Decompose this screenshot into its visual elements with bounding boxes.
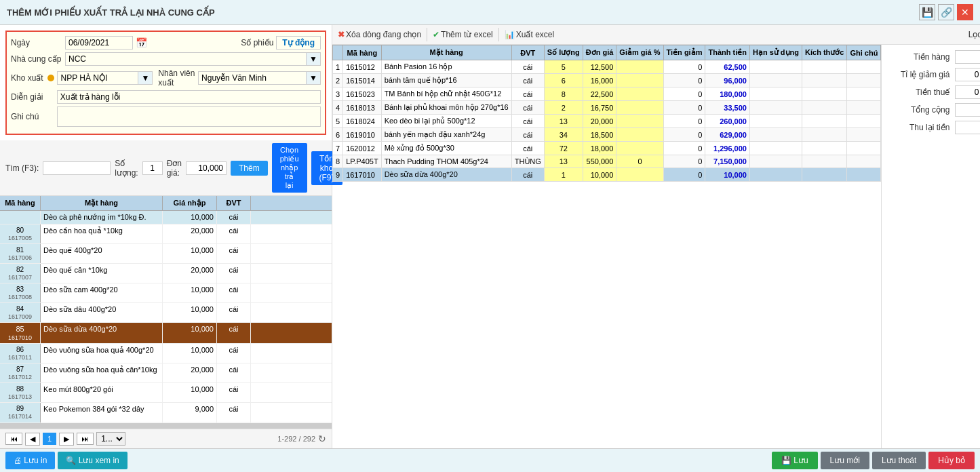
btn-luu[interactable]: 💾 Lưu <box>772 452 818 469</box>
header: THÊM MỚI PHIẾU XUẤT TRẢ LẠI NHÀ CUNG CẤP… <box>0 0 980 25</box>
btn-luu-thoat[interactable]: Lưu thoát <box>872 452 926 469</box>
first-page-btn[interactable]: ⏮ <box>5 433 22 445</box>
nv-dropdown-btn[interactable]: ▼ <box>306 71 321 85</box>
btn-luu-moi[interactable]: Lưu mới <box>821 452 869 469</box>
page-info: 1-292 / 292 <box>277 435 315 443</box>
th-ghi-chu: Ghi chú <box>847 45 881 60</box>
last-page-btn[interactable]: ⏭ <box>77 433 94 445</box>
next-page-btn[interactable]: ▶ <box>59 433 74 446</box>
table-row[interactable]: 831617008 Dèo sữa cam 400g*20 10,000 cái <box>0 283 332 303</box>
tong-cong-label: Tổng cộng <box>887 105 955 115</box>
tl-giam-pct[interactable] <box>955 68 980 81</box>
dg-input[interactable] <box>186 161 227 175</box>
pagination: ⏮ ◀ 1 ▶ ⏭ 1... 1-292 / 292 ↻ <box>0 429 332 448</box>
left-table-body: Dèo cà phê nướng im *10kg Đ. 10,000 cái … <box>0 211 332 423</box>
col-gia-nhap: Giá nhập <box>163 196 217 210</box>
close-btn[interactable]: ✕ <box>957 4 973 20</box>
right-table-row[interactable]: 31615023TM Bánh bí hộp chữ nhật 450G*12c… <box>333 87 881 101</box>
th-han: Hạn sử dụng <box>749 45 802 60</box>
table-row[interactable]: 861617011 Dèo vuông sữa hoa quả 400g*20 … <box>0 344 332 363</box>
table-row[interactable]: 811617006 Dèo quế 400g*20 10,000 cái <box>0 244 332 264</box>
table-row[interactable]: 841617009 Dèo sữa dâu 400g*20 10,000 cái <box>0 303 332 323</box>
save-icon-btn[interactable]: 💾 <box>919 4 935 20</box>
so-phieu-group: Số phiếu Tự động <box>241 36 321 50</box>
horizontal-scrollbar[interactable] <box>0 423 332 429</box>
right-table-row[interactable]: 11615012Bánh Pasion 16 hộpcái512,500062,… <box>333 60 881 74</box>
nv-input[interactable] <box>198 71 307 85</box>
dien-giai-input[interactable] <box>57 90 321 104</box>
btn-them-excel[interactable]: ✔ Thêm từ excel <box>433 30 493 39</box>
btn-xuat-excel[interactable]: 📊 Xuất excel <box>505 30 554 39</box>
right-table-row[interactable]: 51618024Keo dèo bi lại phủ 500g*12cái132… <box>333 115 881 128</box>
th-giam-pct: Giảm giá % <box>616 45 663 60</box>
kho-input[interactable] <box>57 71 138 85</box>
thu-lai-row: Thu lại tiền <box>887 121 980 134</box>
right-table-body: 11615012Bánh Pasion 16 hộpcái512,500062,… <box>333 60 881 182</box>
supplier-input[interactable] <box>65 52 307 66</box>
share-icon-btn[interactable]: 🔗 <box>938 4 954 20</box>
table-row[interactable]: 801617005 Dèo cần hoa quả *10kg 20,000 c… <box>0 224 332 244</box>
tien-thue-label: Tiền thuế <box>887 87 955 97</box>
btn-xoa-label: Xóa dòng đang chọn <box>346 30 421 39</box>
btn-luu-xem[interactable]: 🔍 Lưu xem in <box>58 452 127 469</box>
x-icon: ✖ <box>338 30 345 39</box>
tong-cong-value[interactable] <box>955 103 980 117</box>
nha-cung-cap-label: Nhà cung cấp <box>11 54 65 64</box>
right-table-row[interactable]: 91617010Dèo sữa dừa 400g*20cái110,000010… <box>333 168 881 182</box>
supplier-dropdown: ▼ <box>65 52 321 66</box>
table-row[interactable]: 871617012 Dèo vuông sữa hoa quả cân*10kg… <box>0 363 332 383</box>
table-row[interactable]: Dèo cà phê nướng im *10kg Đ. 10,000 cái <box>0 211 332 224</box>
btn-them[interactable]: Thêm <box>231 161 268 176</box>
right-table-header-row: Mã hàng Mặt hàng ĐVT Số lượng Đơn giá Gi… <box>333 45 881 60</box>
right-table-row[interactable]: 21615014bánh tâm quế hộp*16cái616,000096… <box>333 74 881 87</box>
thu-lai-value[interactable] <box>955 121 980 134</box>
table-row[interactable]: 891617014 Keo Pokemon 384 gói *32 dây 9,… <box>0 403 332 422</box>
page-title: THÊM MỚI PHIẾU XUẤT TRẢ LẠI NHÀ CUNG CẤP <box>7 7 215 18</box>
btn-luu-in[interactable]: 🖨 Lưu in <box>5 452 55 469</box>
page-select[interactable]: 1... <box>96 432 125 446</box>
right-table-row[interactable]: 61619010bánh yến mạch đậu xanh*24gcái341… <box>333 128 881 142</box>
calendar-icon[interactable]: 📅 <box>136 37 147 48</box>
right-table-row[interactable]: 41618013Bánh lại phủ khoai môn hộp 270g*… <box>333 101 881 115</box>
btn-xoa-dong[interactable]: ✖ Xóa dòng đang chọn <box>338 30 421 39</box>
separator2 <box>498 28 499 41</box>
excel-icon: 📊 <box>505 30 515 39</box>
kho-select: ▼ <box>47 71 153 85</box>
form-section: Ngày 📅 Số phiếu Tự động Nhà cung cấp ▼ <box>5 31 326 135</box>
nv-label: Nhân viên xuất <box>158 68 195 87</box>
right-table-row[interactable]: 71620012Mè xửng đỏ 500g*30cái7218,00001,… <box>333 142 881 155</box>
kho-dropdown-btn[interactable]: ▼ <box>138 71 153 85</box>
kho-dot <box>47 75 54 81</box>
table-row-selected[interactable]: 851617010 Dèo sữa dừa 400g*20 10,000 cái <box>0 323 332 344</box>
th-tien-giam: Tiền giảm <box>663 45 705 60</box>
search-row: Tìm (F3): Số lượng: Đơn giá: Thêm Chọn p… <box>0 140 332 196</box>
ghi-chu-label: Ghi chú <box>11 112 57 121</box>
bottom-bar: 🖨 Lưu in 🔍 Lưu xem in 💾 Lưu Lưu mới Lưu … <box>0 448 980 472</box>
current-page-btn[interactable]: 1 <box>43 433 56 445</box>
col-dvt: ĐVT <box>217 196 251 210</box>
right-table-row[interactable]: 8LP.P405TThach Pudding THOM 405g*24THÙNG… <box>333 155 881 168</box>
sl-label: Số lượng: <box>115 159 138 178</box>
tien-thue-pct[interactable] <box>955 85 980 99</box>
table-row[interactable]: 821617007 Dèo quế cân *10kg 20,000 cái <box>0 264 332 283</box>
btn-chon-phieu[interactable]: Chọn phiếu nhập trả lại <box>272 143 307 193</box>
right-toolbar: ✖ Xóa dòng đang chọn ✔ Thêm từ excel 📊 X… <box>332 25 980 45</box>
ngay-label: Ngày <box>11 38 65 47</box>
ghi-chu-input[interactable] <box>57 106 321 127</box>
supplier-dropdown-btn[interactable]: ▼ <box>306 52 321 66</box>
sl-input[interactable] <box>142 161 163 175</box>
tien-hang-value[interactable] <box>955 50 980 64</box>
th-mat-hang: Mặt hàng <box>381 45 511 60</box>
refresh-btn[interactable]: ↻ <box>318 433 326 444</box>
btn-huy-bo[interactable]: Hủy bỏ <box>928 452 975 469</box>
separator <box>427 28 427 41</box>
ngay-input[interactable] <box>65 36 133 50</box>
col-mat-hang: Mặt hàng <box>41 196 163 210</box>
right-panel: ✖ Xóa dòng đang chọn ✔ Thêm từ excel 📊 X… <box>332 25 980 448</box>
prev-page-btn[interactable]: ◀ <box>25 433 40 446</box>
search-input[interactable] <box>43 161 111 175</box>
kho-xuat-label: Kho xuất <box>11 73 47 83</box>
th-stt <box>333 45 343 60</box>
check-icon: ✔ <box>433 30 439 39</box>
table-row[interactable]: 881617013 Keo mút 800g*20 gói 10,000 cái <box>0 383 332 403</box>
